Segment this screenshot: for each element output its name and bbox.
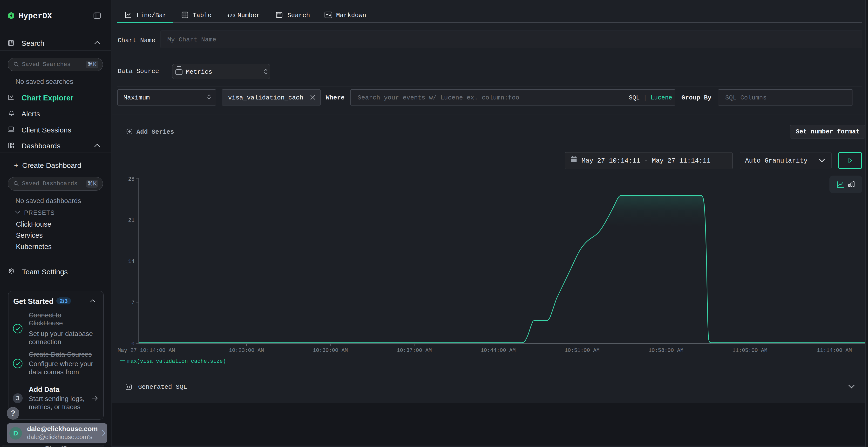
- svg-text:May 27 10:14:00 AM: May 27 10:14:00 AM: [118, 347, 175, 353]
- svg-text:10:58:00 AM: 10:58:00 AM: [648, 347, 683, 353]
- svg-text:max(visa_validation_cache.size: max(visa_validation_cache.size): [127, 358, 226, 365]
- svg-text:11:05:00 AM: 11:05:00 AM: [732, 347, 767, 353]
- svg-text:21: 21: [128, 217, 134, 224]
- svg-text:10:51:00 AM: 10:51:00 AM: [564, 347, 599, 353]
- svg-text:10:30:00 AM: 10:30:00 AM: [313, 347, 348, 353]
- svg-text:10:23:00 AM: 10:23:00 AM: [229, 347, 264, 353]
- svg-text:10:44:00 AM: 10:44:00 AM: [480, 347, 516, 353]
- svg-text:0: 0: [131, 341, 134, 347]
- svg-text:11:14:00 AM: 11:14:00 AM: [817, 347, 852, 353]
- svg-text:14: 14: [128, 259, 134, 265]
- svg-text:28: 28: [128, 176, 134, 182]
- svg-text:7: 7: [131, 300, 134, 306]
- svg-text:10:37:00 AM: 10:37:00 AM: [397, 347, 432, 353]
